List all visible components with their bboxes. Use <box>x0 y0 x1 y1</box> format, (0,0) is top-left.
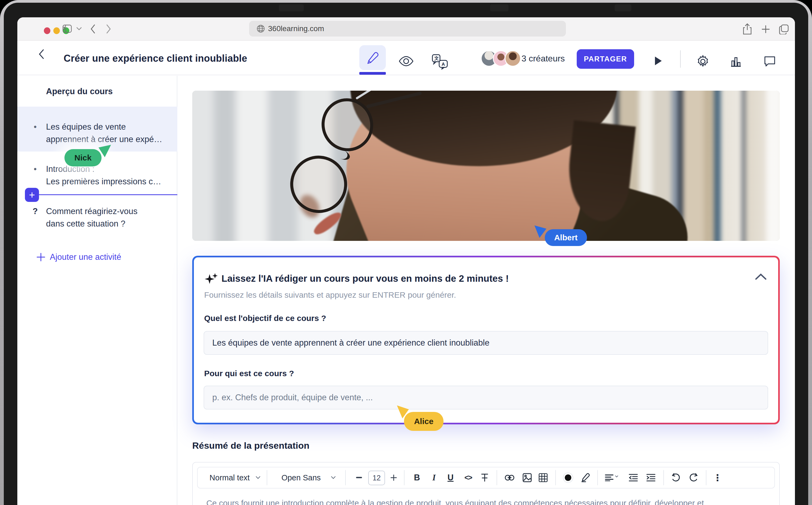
toolbar-divider <box>555 470 556 485</box>
app-header: Créer une expérience client inoubliable … <box>17 41 795 75</box>
insert-link-button[interactable] <box>504 467 516 488</box>
device-screen: 360learning.com Créer une expérience cli… <box>0 0 812 505</box>
svg-text:A: A <box>442 62 445 67</box>
toolbar-divider <box>706 470 706 485</box>
back-button[interactable] <box>90 24 96 33</box>
svg-text:文: 文 <box>434 56 439 61</box>
sidebar-toggle-icon[interactable] <box>62 25 72 33</box>
course-outline-sidebar: Aperçu du cours • Les équipes de vente a… <box>17 76 177 505</box>
active-tab-underline <box>359 72 386 75</box>
insert-image-button[interactable] <box>521 467 533 488</box>
collaborator-cursor-nick: Nick <box>64 149 102 166</box>
sidebar-chevron-down-icon[interactable] <box>76 27 82 31</box>
italic-button[interactable]: I <box>428 467 440 488</box>
bezel-reflection <box>279 4 304 11</box>
comments-bubble-icon[interactable] <box>764 55 776 67</box>
bold-button[interactable]: B <box>411 467 423 488</box>
course-title: Créer une expérience client inoubliable <box>63 53 247 64</box>
insert-table-button[interactable] <box>537 467 549 488</box>
close-window-button[interactable] <box>44 27 50 34</box>
plus-icon <box>36 252 45 262</box>
url-text: 360learning.com <box>268 24 324 33</box>
collapse-chevron-icon[interactable] <box>755 273 767 280</box>
ai-course-generator-panel: Laissez l'IA rédiger un cours pour vous … <box>192 256 780 425</box>
tab-preview-mode[interactable] <box>399 56 414 66</box>
toolbar-divider <box>597 470 598 485</box>
play-preview-icon[interactable] <box>654 56 662 66</box>
strikethrough-button[interactable] <box>479 467 491 488</box>
add-activity-link[interactable]: Ajouter une activité <box>36 252 121 262</box>
course-editor-main: Albert Laissez l'IA rédiger un cours pou… <box>178 76 795 505</box>
browser-window: 360learning.com Créer une expérience cli… <box>17 17 795 505</box>
underline-button[interactable]: U <box>444 467 456 488</box>
summary-rich-text-editor[interactable]: Normal text Open Sans <box>192 462 780 505</box>
avatar <box>505 50 521 66</box>
toolbar-divider <box>404 470 405 485</box>
toolbar-divider <box>663 470 664 485</box>
sidebar-item-lesson-1[interactable]: • Les équipes de vente apprennent à crée… <box>17 107 177 152</box>
share-icon[interactable] <box>743 23 752 35</box>
ai-panel-subtitle: Fournissez les détails suivants et appuy… <box>204 290 456 300</box>
insert-position-line <box>39 194 177 195</box>
ai-panel-title: Laissez l'IA rédiger un cours pour vous … <box>222 273 509 284</box>
cursor-name-badge: Nick <box>64 149 102 166</box>
insert-activity-button[interactable]: + <box>25 188 39 202</box>
bullet-marker: • <box>32 163 38 175</box>
more-options-button[interactable]: ⋮ <box>711 467 723 488</box>
tab-edit-mode[interactable] <box>359 45 386 70</box>
question-marker: ? <box>32 205 38 217</box>
new-tab-icon[interactable] <box>761 25 770 33</box>
chevron-down-icon[interactable] <box>254 467 262 488</box>
toolbar-divider <box>497 470 497 485</box>
summary-body-text[interactable]: Ce cours fournit une introduction complè… <box>206 497 761 505</box>
objective-input[interactable] <box>204 331 768 355</box>
settings-gear-icon[interactable] <box>696 55 709 68</box>
tab-translate-mode[interactable]: 文A <box>432 54 448 69</box>
back-chevron-icon[interactable] <box>38 49 44 59</box>
sidebar-overview-label[interactable]: Aperçu du cours <box>46 87 113 96</box>
code-button[interactable]: <> <box>462 467 474 488</box>
summary-heading: Résumé de la présentation <box>192 440 309 451</box>
sparkle-icon <box>204 273 218 286</box>
chevron-down-icon[interactable] <box>329 467 337 488</box>
course-cover-image <box>192 91 780 241</box>
highlighter-button[interactable] <box>579 467 591 488</box>
browser-toolbar: 360learning.com <box>17 17 795 41</box>
increase-font-size-button[interactable] <box>388 467 399 488</box>
statistics-chart-icon[interactable] <box>730 55 742 67</box>
bullet-marker: • <box>32 121 38 133</box>
address-bar[interactable]: 360learning.com <box>249 21 566 36</box>
pencil-icon <box>366 51 379 64</box>
collaborator-cursor-albert: Albert <box>545 229 587 246</box>
share-course-button[interactable]: PARTAGER <box>577 49 634 69</box>
indent-button[interactable] <box>644 467 657 488</box>
font-size-value[interactable]: 12 <box>368 471 385 485</box>
minimize-window-button[interactable] <box>53 27 60 34</box>
toolbar-divider <box>345 470 346 485</box>
header-divider <box>680 50 681 68</box>
toolbar-divider <box>267 470 267 485</box>
audience-question-label: Pour qui est ce cours ? <box>204 369 294 378</box>
creators-count-label: 3 créateurs <box>522 53 565 63</box>
objective-question-label: Quel est l'objectif de ce cours ? <box>204 314 326 323</box>
light-glow <box>707 91 780 241</box>
redo-button[interactable] <box>687 467 700 488</box>
text-color-button[interactable] <box>562 467 574 488</box>
font-family-dropdown[interactable]: Open Sans <box>278 467 324 488</box>
forward-button[interactable] <box>106 24 111 33</box>
collaborator-cursor-alice: Alice <box>404 412 443 431</box>
decrease-font-size-button[interactable] <box>354 467 365 488</box>
tab-overview-icon[interactable] <box>779 24 789 34</box>
bezel-reflection <box>615 4 632 11</box>
undo-button[interactable] <box>669 467 682 488</box>
creator-avatars[interactable] <box>481 50 521 66</box>
bezel-reflection <box>490 4 509 11</box>
sidebar-item-question[interactable]: ? Comment réagiriez-vous dans cette situ… <box>17 201 177 234</box>
cursor-name-badge: Alice <box>404 412 443 431</box>
outdent-button[interactable] <box>627 467 640 488</box>
paragraph-style-dropdown[interactable]: Normal text <box>202 467 257 488</box>
globe-icon <box>257 25 265 33</box>
editor-toolbar: Normal text Open Sans <box>197 467 775 489</box>
align-dropdown[interactable] <box>604 467 619 488</box>
audience-input[interactable] <box>204 386 768 409</box>
